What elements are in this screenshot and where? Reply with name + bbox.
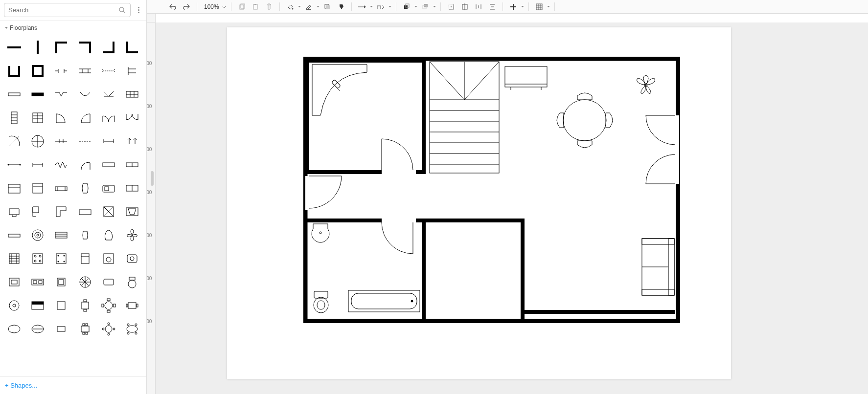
shape-dim-v[interactable] bbox=[75, 131, 95, 152]
shape-tray[interactable] bbox=[98, 272, 119, 292]
shape-rect-sm[interactable] bbox=[51, 319, 71, 339]
shadow-button[interactable] bbox=[321, 1, 334, 12]
shape-window-1[interactable] bbox=[4, 84, 24, 105]
to-back-button[interactable] bbox=[419, 1, 432, 12]
shape-beam[interactable] bbox=[98, 154, 119, 175]
shape-monitor[interactable] bbox=[4, 201, 24, 222]
dining-set[interactable] bbox=[557, 93, 613, 148]
line-type-button[interactable] bbox=[374, 1, 387, 12]
edit-geometry-button[interactable] bbox=[458, 1, 471, 12]
table-button[interactable] bbox=[533, 1, 546, 12]
distribute-h-button[interactable] bbox=[472, 1, 485, 12]
sofa[interactable] bbox=[642, 239, 674, 295]
page[interactable] bbox=[227, 27, 731, 379]
shape-washer[interactable] bbox=[98, 248, 119, 269]
shape-oval-1[interactable] bbox=[4, 319, 24, 339]
shape-opening-1[interactable] bbox=[51, 61, 71, 81]
shape-opening-2[interactable] bbox=[75, 61, 95, 81]
line-type-dropdown[interactable] bbox=[388, 6, 392, 7]
shape-square-x[interactable] bbox=[98, 201, 119, 222]
insert-button[interactable] bbox=[507, 1, 520, 12]
shape-table-chairs-1[interactable] bbox=[75, 295, 95, 316]
panel-resize-handle[interactable] bbox=[151, 171, 154, 186]
shape-dim-h[interactable] bbox=[51, 131, 71, 152]
shape-cabinet-2[interactable] bbox=[27, 178, 48, 198]
shape-door-right[interactable] bbox=[51, 108, 71, 128]
paste-button[interactable] bbox=[249, 1, 262, 12]
more-shapes-link[interactable]: + Shapes... bbox=[5, 382, 37, 389]
shape-dim-ends[interactable] bbox=[98, 131, 119, 152]
table-dropdown[interactable] bbox=[547, 6, 550, 7]
fill-dropdown[interactable] bbox=[297, 6, 301, 7]
shape-beam-2[interactable] bbox=[122, 154, 142, 175]
shape-door-left[interactable] bbox=[75, 108, 95, 128]
arrow-end-button[interactable] bbox=[356, 1, 368, 12]
sink[interactable] bbox=[312, 224, 329, 242]
shape-door-arc[interactable] bbox=[75, 154, 95, 175]
distribute-v-button[interactable] bbox=[486, 1, 499, 12]
shape-zigzag[interactable] bbox=[51, 154, 71, 175]
shape-opening-e[interactable] bbox=[122, 61, 142, 81]
shape-dim-bracket[interactable] bbox=[27, 154, 48, 175]
shape-rug[interactable] bbox=[4, 225, 24, 245]
plant[interactable] bbox=[637, 75, 655, 94]
shape-wall-h[interactable] bbox=[4, 37, 24, 58]
shape-toilet-shape[interactable] bbox=[122, 272, 142, 292]
shape-round-table-shape[interactable] bbox=[4, 295, 24, 316]
sideboard[interactable] bbox=[505, 66, 547, 90]
redo-button[interactable] bbox=[180, 1, 193, 12]
outer-wall[interactable] bbox=[305, 59, 678, 321]
stroke-button[interactable] bbox=[302, 1, 315, 12]
shape-table-oval[interactable] bbox=[122, 319, 142, 339]
shape-table-set-2[interactable] bbox=[98, 319, 119, 339]
stroke-dropdown[interactable] bbox=[316, 6, 320, 7]
shape-door-double-2[interactable] bbox=[122, 108, 142, 128]
shape-wall-u[interactable] bbox=[4, 61, 24, 81]
shape-table-chairs-3[interactable] bbox=[122, 295, 142, 316]
shape-window-bay2[interactable] bbox=[75, 84, 95, 105]
shape-fan[interactable] bbox=[75, 272, 95, 292]
panel-menu-icon[interactable] bbox=[135, 7, 142, 13]
insert-dropdown[interactable] bbox=[521, 6, 525, 7]
shape-stove[interactable] bbox=[27, 248, 48, 269]
to-back-dropdown[interactable] bbox=[433, 6, 436, 7]
canvas[interactable] bbox=[156, 22, 868, 394]
shape-dots[interactable] bbox=[51, 248, 71, 269]
shape-wall-corner-tl[interactable] bbox=[51, 37, 71, 58]
shape-sink-single[interactable] bbox=[4, 272, 24, 292]
search-icon[interactable] bbox=[118, 6, 126, 14]
shape-flower[interactable] bbox=[122, 225, 142, 245]
to-front-dropdown[interactable] bbox=[414, 6, 418, 7]
shape-basin[interactable] bbox=[122, 248, 142, 269]
shape-window-double[interactable] bbox=[98, 84, 119, 105]
door-swing-1[interactable] bbox=[382, 139, 413, 170]
shape-table-chairs-2[interactable] bbox=[98, 295, 119, 316]
shape-corner-desk[interactable] bbox=[27, 201, 48, 222]
snap-button[interactable] bbox=[445, 1, 457, 12]
undo-button[interactable] bbox=[166, 1, 179, 12]
bathtub[interactable] bbox=[348, 290, 420, 312]
door-swing-2[interactable] bbox=[309, 176, 342, 208]
shape-tv[interactable] bbox=[98, 178, 119, 198]
shape-wall-corner-tr[interactable] bbox=[75, 37, 95, 58]
arrow-end-dropdown[interactable] bbox=[369, 6, 373, 7]
fill-button[interactable] bbox=[284, 1, 297, 12]
search-input[interactable] bbox=[4, 3, 118, 17]
stairs[interactable] bbox=[430, 62, 499, 173]
shape-wall-corner-bl[interactable] bbox=[122, 37, 142, 58]
shape-cabinet-1[interactable] bbox=[4, 178, 24, 198]
shape-door-revolve[interactable] bbox=[4, 131, 24, 152]
shape-piano[interactable] bbox=[27, 295, 48, 316]
shape-lamp[interactable] bbox=[75, 225, 95, 245]
shape-wall-box[interactable] bbox=[27, 61, 48, 81]
shape-display[interactable] bbox=[122, 178, 142, 198]
floorplan-drawing[interactable] bbox=[303, 57, 680, 323]
shape-stair-grid[interactable] bbox=[27, 108, 48, 128]
shape-keyboard[interactable] bbox=[51, 225, 71, 245]
shape-counter[interactable] bbox=[51, 178, 71, 198]
to-front-button[interactable] bbox=[400, 1, 413, 12]
shape-sink-double[interactable] bbox=[27, 272, 48, 292]
category-floorplans[interactable]: Floorplans bbox=[0, 21, 146, 35]
shape-desk-l[interactable] bbox=[51, 201, 71, 222]
shape-door-double-1[interactable] bbox=[98, 108, 119, 128]
